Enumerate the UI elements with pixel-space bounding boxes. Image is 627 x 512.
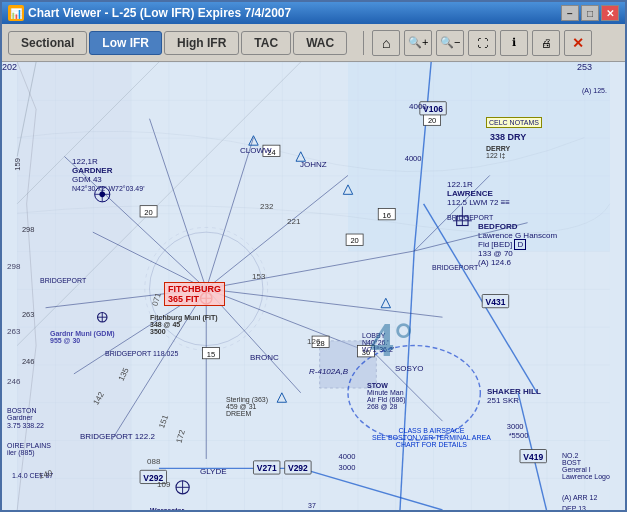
close-button[interactable]: ✕ [601, 5, 619, 21]
svg-text:20: 20 [350, 236, 358, 245]
svg-text:159: 159 [13, 158, 22, 171]
tab-high-ifr[interactable]: High IFR [164, 31, 239, 55]
svg-text:24: 24 [267, 148, 275, 157]
svg-text:V292: V292 [143, 473, 163, 483]
svg-text:20: 20 [144, 208, 152, 217]
maximize-button[interactable]: □ [581, 5, 599, 21]
window-controls: − □ ✕ [561, 5, 619, 21]
svg-text:15: 15 [207, 350, 215, 359]
svg-text:V292: V292 [288, 463, 308, 473]
svg-text:V431: V431 [486, 297, 506, 307]
zoom-out-button[interactable]: 🔍− [436, 30, 464, 56]
tab-low-ifr[interactable]: Low IFR [89, 31, 162, 55]
svg-text:*5500: *5500 [509, 431, 529, 440]
app-icon: 📊 [8, 5, 24, 21]
toolbar-separator [363, 31, 364, 55]
svg-text:246: 246 [22, 357, 35, 366]
compass-indicator: 4° [370, 312, 413, 367]
tab-sectional[interactable]: Sectional [8, 31, 87, 55]
svg-text:V106: V106 [423, 104, 443, 114]
tab-tac[interactable]: TAC [241, 31, 291, 55]
svg-text:263: 263 [22, 310, 35, 319]
svg-text:4000: 4000 [405, 154, 422, 163]
main-window: 📊 Chart Viewer - L-25 (Low IFR) Expires … [0, 0, 627, 512]
svg-text:28: 28 [316, 339, 324, 348]
toolbar: Sectional Low IFR High IFR TAC WAC ⌂ 🔍+ … [2, 24, 625, 62]
svg-text:4000: 4000 [339, 452, 356, 461]
svg-rect-2 [348, 62, 610, 251]
fullscreen-button[interactable]: ⛶ [468, 30, 496, 56]
title-bar: 📊 Chart Viewer - L-25 (Low IFR) Expires … [2, 2, 625, 24]
chart-tabs: Sectional Low IFR High IFR TAC WAC [8, 31, 347, 55]
svg-text:3000: 3000 [507, 422, 524, 431]
window-title: Chart Viewer - L-25 (Low IFR) Expires 7/… [28, 6, 557, 20]
svg-text:V419: V419 [523, 452, 543, 462]
zoom-in-button[interactable]: 🔍+ [404, 30, 432, 56]
tab-wac[interactable]: WAC [293, 31, 347, 55]
map-area[interactable]: 20 24 20 16 20 28 15 36 V106 V431 V271 [2, 62, 625, 510]
info-button[interactable]: ℹ [500, 30, 528, 56]
minimize-button[interactable]: − [561, 5, 579, 21]
svg-text:20: 20 [428, 116, 436, 125]
home-button[interactable]: ⌂ [372, 30, 400, 56]
print-button[interactable]: 🖨 [532, 30, 560, 56]
svg-text:36: 36 [362, 348, 370, 357]
svg-text:V271: V271 [257, 463, 277, 473]
chart-svg: 20 24 20 16 20 28 15 36 V106 V431 V271 [2, 62, 625, 510]
chart-close-button[interactable]: ✕ [564, 30, 592, 56]
svg-text:3000: 3000 [339, 463, 356, 472]
svg-text:16: 16 [383, 211, 391, 220]
